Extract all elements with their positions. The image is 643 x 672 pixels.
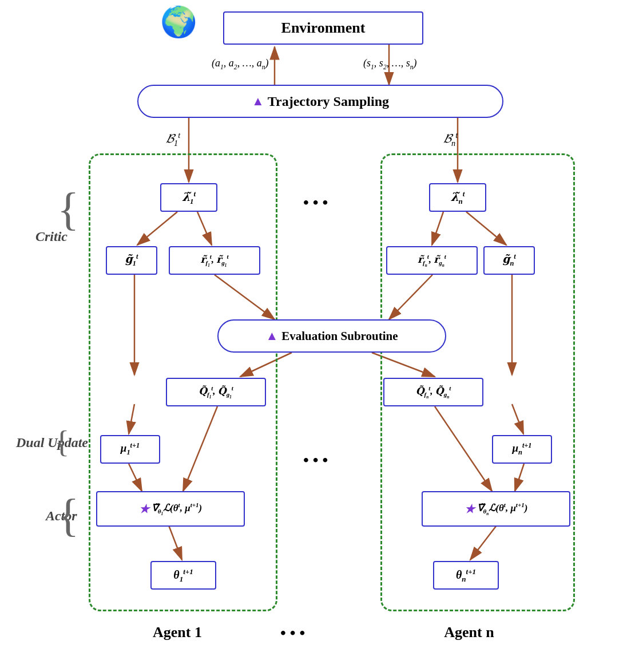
- mu1-label: μ1t+1: [121, 441, 140, 457]
- diagram: 🌍 Environment (a1, a2, …, an) (s1, s2, ……: [0, 0, 643, 672]
- gn-label: g̃nt: [502, 252, 516, 268]
- qfn-qgn-label: Q̃fnt, Q̃gnt: [416, 385, 451, 400]
- middle-dots-1: • • •: [303, 193, 328, 212]
- lambdan-label: λ̃nt: [451, 189, 465, 206]
- evaluation-subroutine-label: Evaluation Subroutine: [281, 329, 398, 343]
- globe-icon: 🌍: [160, 5, 197, 39]
- dual-update-label: Dual Update: [16, 435, 88, 450]
- agentn-label: Agent n: [400, 624, 538, 641]
- qfn-qgn-box: Q̃fnt, Q̃gnt: [383, 378, 483, 406]
- theta1-box: θ1t+1: [150, 561, 216, 590]
- actions-label: (a1, a2, …, an): [212, 57, 269, 71]
- mun-box: μnt+1: [492, 435, 552, 464]
- lambda1-label: λ̃1t: [182, 189, 196, 206]
- mu1-box: μ1t+1: [100, 435, 160, 464]
- star-icon-2: ★: [465, 502, 475, 516]
- evaluation-subroutine-box: ▲ Evaluation Subroutine: [217, 319, 446, 353]
- trajectory-sampling-label: Trajectory Sampling: [268, 94, 389, 109]
- g1-label: g̃1t: [125, 252, 138, 268]
- critic-brace: {: [57, 183, 79, 235]
- rf-rg1-label: r̃f1t, r̃g1t: [201, 253, 229, 268]
- rf-rg1-box: r̃f1t, r̃g1t: [169, 246, 260, 275]
- theta1-label: θ1t+1: [173, 567, 193, 584]
- dual-update-brace: {: [54, 424, 69, 460]
- gn-box: g̃nt: [483, 246, 535, 275]
- bn-label: 𝓑nt: [443, 131, 458, 148]
- environment-box: Environment: [223, 11, 423, 45]
- qf1-qg1-label: Q̃f1t, Q̃g1t: [199, 385, 233, 400]
- grad1-label: ∇̃θ1ℒ(θt, μt+1): [152, 501, 202, 516]
- star-icon-1: ★: [139, 502, 149, 516]
- states-label: (s1, s2, …, sn): [363, 57, 417, 71]
- qf1-qg1-box: Q̃f1t, Q̃g1t: [166, 378, 266, 406]
- mun-label: μnt+1: [512, 441, 531, 457]
- lambda1-box: λ̃1t: [160, 183, 217, 212]
- agent-dots-label: • • •: [280, 624, 305, 642]
- trajectory-sampling-box: ▲ Trajectory Sampling: [137, 85, 503, 118]
- grad1-box: ★ ∇̃θ1ℒ(θt, μt+1): [96, 491, 245, 527]
- thetan-box: θnt+1: [433, 561, 499, 590]
- actor-brace: {: [57, 489, 79, 541]
- b1-label: 𝓑1t: [166, 131, 180, 148]
- rfn-rgn-box: r̃fnt, r̃gnt: [386, 246, 478, 275]
- thetan-label: θnt+1: [456, 567, 476, 584]
- lambdan-box: λ̃nt: [429, 183, 486, 212]
- gradn-box: ★ ∇̃θnℒ(θt, μt+1): [422, 491, 570, 527]
- gradn-label: ∇̃θnℒ(θt, μt+1): [477, 501, 528, 516]
- g1-box: g̃1t: [106, 246, 157, 275]
- triangle-icon-1: ▲: [252, 94, 264, 109]
- rfn-rgn-label: r̃fnt, r̃gnt: [418, 253, 446, 268]
- agent1-label: Agent 1: [109, 624, 246, 641]
- triangle-icon-2: ▲: [265, 329, 278, 343]
- middle-dots-2: • • •: [303, 451, 328, 469]
- environment-label: Environment: [281, 19, 366, 37]
